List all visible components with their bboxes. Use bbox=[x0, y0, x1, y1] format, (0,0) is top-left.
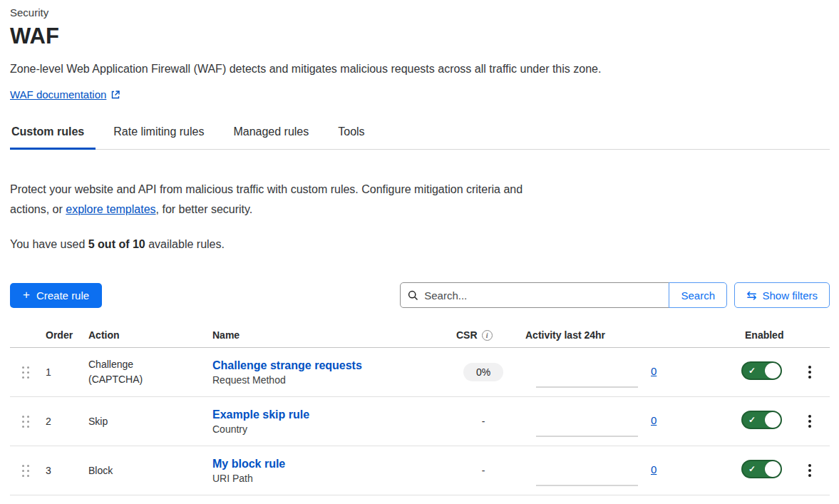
rule-field: URI Path bbox=[212, 473, 448, 484]
explore-templates-link[interactable]: explore templates bbox=[66, 203, 155, 215]
rule-name-link[interactable]: Example skip rule bbox=[212, 408, 309, 421]
csr-value: 0% bbox=[448, 363, 519, 381]
tab-bar: Custom rules Rate limiting rules Managed… bbox=[10, 125, 830, 150]
drag-handle-icon[interactable] bbox=[22, 366, 29, 379]
search-icon bbox=[408, 290, 418, 301]
enabled-cell: ✓ bbox=[726, 411, 804, 432]
kebab-menu-icon[interactable] bbox=[804, 363, 815, 381]
waf-documentation-link[interactable]: WAF documentation bbox=[10, 88, 106, 101]
activity-cell: 0 bbox=[519, 348, 726, 396]
activity-cell: 0 bbox=[519, 397, 726, 446]
csr-value: - bbox=[448, 416, 519, 427]
create-rule-button[interactable]: + Create rule bbox=[10, 283, 102, 308]
rule-order: 1 bbox=[46, 366, 88, 378]
column-header-enabled: Enabled bbox=[726, 329, 804, 341]
toggle-knob bbox=[765, 412, 781, 428]
enabled-toggle[interactable]: ✓ bbox=[741, 460, 782, 478]
breadcrumb: Security bbox=[10, 6, 830, 19]
activity-count-link[interactable]: 0 bbox=[651, 414, 657, 426]
table-header-row: Order Action Name CSR i Activity last 24… bbox=[10, 329, 830, 348]
drag-handle-icon[interactable] bbox=[22, 465, 29, 477]
tab-custom-rules[interactable]: Custom rules bbox=[11, 125, 85, 149]
rule-order: 2 bbox=[46, 416, 88, 427]
rule-action: Skip bbox=[88, 414, 175, 429]
column-header-csr: CSR i bbox=[448, 329, 519, 341]
enabled-cell: ✓ bbox=[726, 361, 804, 383]
activity-cell: 0 bbox=[519, 446, 726, 495]
create-rule-label: Create rule bbox=[36, 289, 89, 302]
usage-prefix: You have used bbox=[10, 238, 88, 250]
csr-badge: 0% bbox=[463, 363, 503, 381]
csr-label: CSR bbox=[456, 329, 478, 341]
activity-count-link[interactable]: 0 bbox=[651, 365, 657, 377]
show-filters-label: Show filters bbox=[762, 289, 818, 302]
column-header-order: Order bbox=[46, 329, 88, 341]
rule-action: Block bbox=[88, 463, 175, 478]
check-icon: ✓ bbox=[748, 366, 756, 376]
rule-name-cell: Challenge strange requests Request Metho… bbox=[212, 359, 448, 386]
swap-arrows-icon: ⇆ bbox=[746, 289, 756, 302]
search-button[interactable]: Search bbox=[669, 282, 727, 308]
column-header-name: Name bbox=[212, 329, 448, 341]
rule-name-cell: My block rule URI Path bbox=[212, 458, 448, 484]
column-header-action: Action bbox=[88, 329, 212, 341]
rule-field: Request Method bbox=[212, 374, 448, 386]
show-filters-button[interactable]: ⇆ Show filters bbox=[734, 282, 830, 308]
usage-text: You have used 5 out of 10 available rule… bbox=[10, 238, 830, 251]
usage-count: 5 out of 10 bbox=[88, 238, 145, 250]
tab-rate-limiting-rules[interactable]: Rate limiting rules bbox=[113, 125, 205, 149]
tab-managed-rules[interactable]: Managed rules bbox=[232, 125, 309, 149]
activity-sparkline bbox=[536, 485, 638, 486]
info-icon[interactable]: i bbox=[482, 330, 493, 341]
column-header-activity: Activity last 24hr bbox=[519, 329, 726, 341]
toggle-knob bbox=[765, 461, 781, 477]
rule-name-link[interactable]: My block rule bbox=[212, 458, 285, 470]
kebab-menu-icon[interactable] bbox=[804, 412, 815, 431]
intro-text: Protect your website and API from malici… bbox=[10, 180, 541, 220]
activity-sparkline bbox=[536, 386, 638, 388]
search-input[interactable] bbox=[424, 289, 662, 302]
check-icon: ✓ bbox=[748, 415, 756, 425]
rule-name-link[interactable]: Challenge strange requests bbox=[212, 359, 362, 372]
kebab-menu-icon[interactable] bbox=[804, 461, 815, 480]
page-description: Zone-level Web Application Firewall (WAF… bbox=[10, 63, 830, 76]
rules-table: Order Action Name CSR i Activity last 24… bbox=[10, 329, 830, 495]
rule-field: Country bbox=[212, 423, 448, 435]
tab-tools[interactable]: Tools bbox=[337, 125, 365, 149]
activity-count-link[interactable]: 0 bbox=[651, 463, 657, 475]
enabled-cell: ✓ bbox=[726, 460, 804, 481]
table-row: 2 Skip Example skip rule Country - 0 ✓ bbox=[10, 397, 830, 446]
waf-page: Security WAF Zone-level Web Application … bbox=[0, 0, 839, 495]
rule-order: 3 bbox=[46, 465, 88, 476]
table-row: 1 Challenge (CAPTCHA) Challenge strange … bbox=[10, 348, 830, 397]
usage-suffix: available rules. bbox=[145, 238, 225, 250]
csr-value: - bbox=[448, 465, 519, 476]
activity-sparkline bbox=[536, 436, 638, 437]
toggle-knob bbox=[765, 363, 781, 379]
external-link-icon bbox=[110, 90, 120, 100]
plus-icon: + bbox=[23, 288, 30, 302]
rule-action: Challenge (CAPTCHA) bbox=[88, 357, 175, 387]
page-title: WAF bbox=[10, 24, 830, 49]
enabled-toggle[interactable]: ✓ bbox=[741, 361, 782, 380]
table-row: 3 Block My block rule URI Path - 0 ✓ bbox=[10, 446, 830, 495]
check-icon: ✓ bbox=[748, 464, 756, 474]
enabled-toggle[interactable]: ✓ bbox=[741, 411, 782, 429]
intro-text-after: , for better security. bbox=[156, 203, 253, 215]
rule-name-cell: Example skip rule Country bbox=[212, 408, 448, 435]
rules-toolbar: + Create rule Search ⇆ Show filt bbox=[10, 282, 830, 308]
search-box bbox=[400, 282, 669, 308]
drag-handle-icon[interactable] bbox=[22, 416, 29, 428]
